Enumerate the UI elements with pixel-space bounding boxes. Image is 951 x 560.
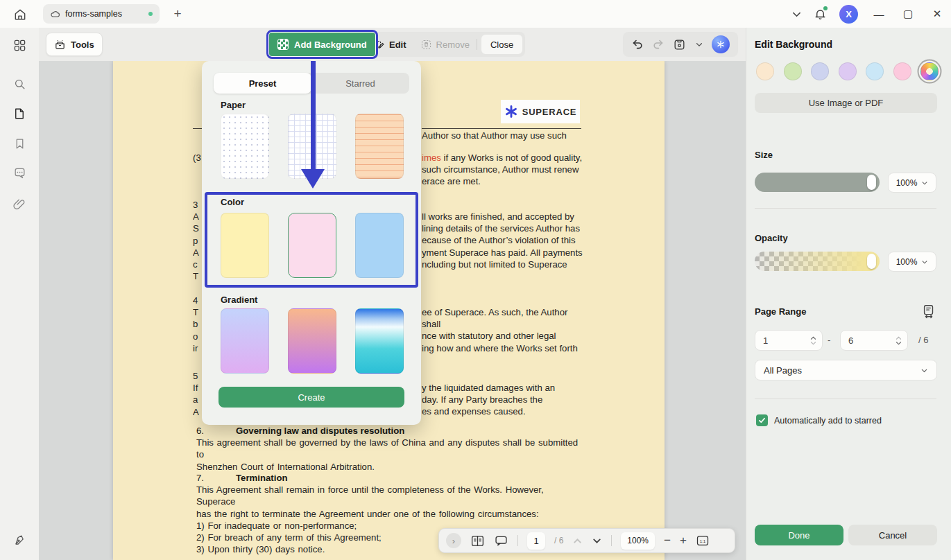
tabs-dropdown-chevron[interactable]	[792, 10, 801, 19]
doc-section-6: 6.Governing law and disputes resolution …	[196, 425, 583, 473]
panel-color-dot[interactable]	[839, 62, 857, 80]
close-mode-button[interactable]: Close	[481, 35, 522, 54]
doc-line-fragment: T	[193, 306, 203, 318]
opacity-slider[interactable]	[755, 252, 880, 271]
zoom-in-button[interactable]: +	[680, 534, 687, 548]
color-swatch[interactable]	[355, 213, 404, 278]
panel-color-dot[interactable]	[893, 62, 911, 80]
apps-grid-button[interactable]	[12, 37, 27, 53]
toolbox-icon	[54, 39, 66, 51]
tab-preset[interactable]: Preset	[214, 73, 311, 94]
panel-color-dot[interactable]	[920, 62, 939, 80]
zoom-out-button[interactable]: −	[664, 534, 671, 548]
range-from-value: 1	[763, 335, 768, 346]
zoom-level-select[interactable]: 100%	[621, 532, 655, 550]
opacity-value-select[interactable]: 100%	[888, 252, 936, 272]
sidebar-attachments-button[interactable]	[12, 197, 27, 212]
doc-left-fragments-c: 4Tboir	[193, 295, 203, 354]
redo-button[interactable]	[652, 38, 665, 51]
sidebar-signature-button[interactable]	[12, 532, 27, 548]
chevron-down-icon	[921, 180, 928, 186]
page-layout-icon[interactable]	[470, 534, 485, 548]
page-range-options-icon[interactable]	[921, 304, 936, 319]
stepper-up-icon	[810, 336, 816, 340]
home-button[interactable]	[11, 6, 29, 24]
annotation-mode-icon[interactable]	[494, 534, 508, 548]
save-options-chevron[interactable]	[695, 40, 703, 49]
notifications-button[interactable]	[814, 8, 827, 21]
page-scope-select[interactable]: All Pages	[755, 360, 937, 380]
cancel-button[interactable]: Cancel	[848, 525, 937, 545]
paper-swatch-dotted[interactable]	[221, 114, 269, 179]
doc-paragraph-damages: y the liquidated damages with anday. If …	[422, 382, 585, 418]
expand-nav-button[interactable]: ›	[446, 533, 461, 548]
gradient-swatch[interactable]	[355, 308, 404, 374]
maximize-button[interactable]: ▢	[900, 8, 916, 20]
create-button[interactable]: Create	[219, 387, 404, 408]
pen-nib-icon	[13, 534, 26, 547]
page-navigation-bar: › 1 / 6 100% − + 1:1	[438, 528, 735, 553]
doc-line: lining details of the services Author ha…	[422, 222, 585, 234]
sidebar-pages-button[interactable]	[12, 106, 27, 121]
size-value-select[interactable]: 100%	[888, 173, 936, 193]
save-button[interactable]	[673, 38, 686, 51]
doc-left-fragments-b: 3ASpAcT	[193, 199, 203, 282]
stepper-down-icon	[810, 341, 816, 345]
sidebar-search-button[interactable]	[12, 76, 27, 91]
page-total: / 6	[554, 536, 563, 545]
chat-bubble-icon	[13, 167, 26, 180]
undo-button[interactable]	[631, 38, 644, 51]
tools-button[interactable]: Tools	[46, 33, 103, 56]
panel-title: Edit Background	[755, 39, 832, 50]
color-swatch[interactable]	[288, 213, 336, 278]
panel-color-dot[interactable]	[866, 62, 884, 80]
range-from-stepper[interactable]	[810, 336, 816, 345]
new-tab-button[interactable]: +	[169, 6, 186, 22]
doc-section-title: Governing law and disputes resolution	[236, 426, 404, 436]
main-toolbar: Tools Add Background Edit Remove Close	[39, 28, 746, 61]
use-image-or-pdf-button[interactable]: Use Image or PDF	[755, 93, 937, 113]
panel-color-dot[interactable]	[756, 62, 774, 80]
range-from-input[interactable]: 1	[755, 330, 823, 351]
doc-line-fragment: S	[193, 222, 203, 234]
bottombar-separator	[517, 535, 518, 546]
tutorial-arrow-head	[301, 169, 325, 189]
superace-asterisk-icon	[504, 105, 518, 119]
minimize-button[interactable]: —	[871, 8, 887, 20]
user-avatar[interactable]: X	[839, 5, 858, 24]
page-number-input[interactable]: 1	[527, 532, 545, 550]
gradient-swatch[interactable]	[288, 308, 336, 374]
actual-size-button[interactable]: 1:1	[696, 534, 710, 548]
done-button[interactable]: Done	[755, 525, 843, 545]
paper-swatch-lined[interactable]	[355, 114, 404, 179]
gradient-swatch[interactable]	[221, 308, 269, 374]
remove-background-button[interactable]: Remove	[413, 35, 477, 54]
sidebar-comments-button[interactable]	[12, 166, 27, 181]
doc-paragraph-payment: ll works are finished, and accepted byli…	[422, 211, 585, 270]
sidebar-bookmarks-button[interactable]	[12, 136, 27, 151]
doc-paragraph-quality: imes if any Works is not of good quality…	[422, 152, 585, 188]
panel-color-dot[interactable]	[784, 62, 802, 80]
doc-left-fragments-d: 5IfaA	[193, 370, 203, 418]
opacity-slider-thumb[interactable]	[867, 254, 876, 269]
size-slider[interactable]	[755, 173, 880, 192]
superace-logo: SUPERACE	[501, 100, 580, 123]
doc-line-fragment: 3	[193, 199, 203, 211]
ai-assistant-button[interactable]	[712, 35, 730, 53]
close-window-button[interactable]: ✕	[929, 8, 945, 20]
range-to-stepper[interactable]	[896, 336, 902, 345]
prev-page-button[interactable]	[572, 536, 583, 546]
color-swatch[interactable]	[221, 213, 269, 278]
window-titlebar: forms-samples + X — ▢ ✕	[0, 0, 951, 28]
tab-starred[interactable]: Starred	[311, 73, 409, 94]
add-background-button[interactable]: Add Background	[266, 30, 378, 59]
next-page-button[interactable]	[592, 536, 602, 546]
range-to-input[interactable]: 6	[840, 330, 908, 351]
size-slider-thumb[interactable]	[867, 175, 876, 190]
doc-line: yment Superace has paid. All payments	[422, 247, 585, 259]
panel-color-dot[interactable]	[811, 62, 829, 80]
doc-line: ing how and where the Works set forth	[422, 342, 585, 354]
doc-line: has the right to terminate the Agreement…	[196, 508, 583, 520]
document-tab[interactable]: forms-samples	[43, 4, 160, 24]
auto-star-checkbox[interactable]	[756, 414, 768, 426]
